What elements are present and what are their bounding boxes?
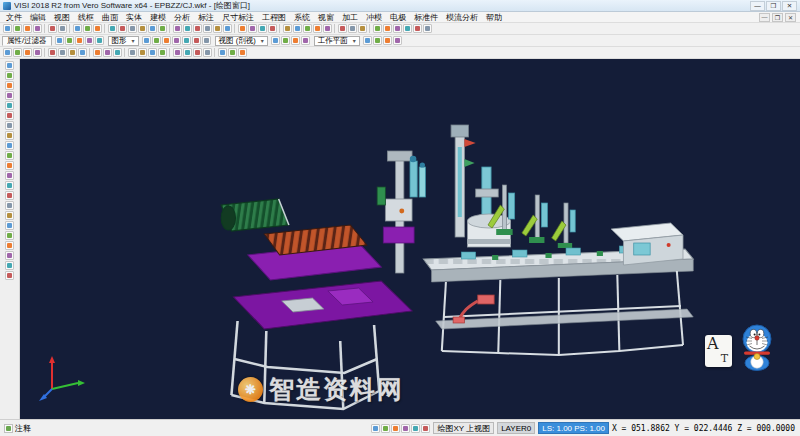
csys-icon[interactable]: [203, 48, 212, 57]
solid-icon[interactable]: [68, 48, 77, 57]
hide-entity-icon[interactable]: [5, 211, 14, 220]
pan-hand-icon[interactable]: [5, 131, 14, 140]
graphics-dropdown[interactable]: 图形: [108, 36, 139, 46]
menu-item[interactable]: 线框: [74, 12, 98, 23]
filter-icon[interactable]: [65, 36, 74, 45]
plane-icon[interactable]: [173, 48, 182, 57]
revolve-icon[interactable]: [293, 24, 302, 33]
workplane-icon[interactable]: [5, 231, 14, 240]
layer-manager-icon[interactable]: [5, 81, 14, 90]
zoom-window-icon[interactable]: [383, 24, 392, 33]
workplane-xy-icon[interactable]: [271, 36, 280, 45]
redo-icon[interactable]: [58, 24, 67, 33]
child-close-button[interactable]: ✕: [785, 13, 796, 22]
snap-intersect-icon[interactable]: [33, 48, 42, 57]
shaded-icon[interactable]: [5, 191, 14, 200]
chamfer-icon[interactable]: [203, 24, 212, 33]
origin-icon[interactable]: [193, 48, 202, 57]
grid-icon[interactable]: [5, 251, 14, 260]
minimize-button[interactable]: —: [750, 1, 765, 11]
transparency-icon[interactable]: [138, 48, 147, 57]
attribute-icon[interactable]: [95, 36, 104, 45]
menu-item[interactable]: 加工: [338, 12, 362, 23]
feature-hole-icon[interactable]: [218, 48, 227, 57]
pan-icon[interactable]: [393, 24, 402, 33]
scale-icon[interactable]: [258, 24, 267, 33]
curve-icon[interactable]: [48, 48, 57, 57]
dimension-icon[interactable]: [348, 24, 357, 33]
select-arrow-icon[interactable]: [5, 61, 14, 70]
wireframe-icon[interactable]: [5, 201, 14, 210]
menu-item[interactable]: 帮助: [482, 12, 506, 23]
snap-mid-icon[interactable]: [13, 48, 22, 57]
library-icon[interactable]: [393, 36, 402, 45]
menu-item[interactable]: 视图: [50, 12, 74, 23]
workplane-yz-icon[interactable]: [291, 36, 300, 45]
mirror-icon[interactable]: [223, 24, 232, 33]
fillet-icon[interactable]: [193, 24, 202, 33]
menu-item[interactable]: 冲模: [362, 12, 386, 23]
osnap-mode-icon[interactable]: [411, 424, 420, 433]
dynamic-rotate-icon[interactable]: [172, 36, 181, 45]
view-section-dropdown[interactable]: 视图 (剖视): [215, 36, 268, 46]
cut-icon[interactable]: [73, 24, 82, 33]
group-icon[interactable]: [85, 36, 94, 45]
arc-icon[interactable]: [128, 24, 137, 33]
menu-item[interactable]: 尺寸标注: [218, 12, 258, 23]
print-icon[interactable]: [33, 24, 42, 33]
text-icon[interactable]: [358, 24, 367, 33]
zoom-fit-icon[interactable]: [5, 121, 14, 130]
menu-item[interactable]: 模流分析: [442, 12, 482, 23]
snap-center-icon[interactable]: [23, 48, 32, 57]
rotate-icon[interactable]: [248, 24, 257, 33]
menu-item[interactable]: 建模: [146, 12, 170, 23]
undo-icon[interactable]: [48, 24, 57, 33]
menu-item[interactable]: 实体: [122, 12, 146, 23]
dynamic-input-icon[interactable]: [421, 424, 430, 433]
zoom-out-icon[interactable]: [5, 111, 14, 120]
view-iso-icon[interactable]: [202, 36, 211, 45]
point-icon[interactable]: [108, 24, 117, 33]
new-file-icon[interactable]: [3, 24, 12, 33]
select-icon[interactable]: [55, 36, 64, 45]
save-icon[interactable]: [23, 24, 32, 33]
shaded-view-icon[interactable]: [413, 24, 422, 33]
workplane-custom-icon[interactable]: [301, 36, 310, 45]
trim-icon[interactable]: [173, 24, 182, 33]
array-icon[interactable]: [268, 24, 277, 33]
menu-item[interactable]: 标准件: [410, 12, 442, 23]
analyze-distance-icon[interactable]: [93, 48, 102, 57]
tab-properties-filter[interactable]: 属性/过滤器: [2, 36, 52, 46]
copy-icon[interactable]: [83, 24, 92, 33]
move-icon[interactable]: [238, 24, 247, 33]
view-cube-icon[interactable]: [5, 91, 14, 100]
extend-icon[interactable]: [183, 24, 192, 33]
front-view-icon[interactable]: [5, 151, 14, 160]
section-view-icon[interactable]: [162, 36, 171, 45]
view-front-icon[interactable]: [182, 36, 191, 45]
workplane-xz-icon[interactable]: [281, 36, 290, 45]
snap-settings-icon[interactable]: [5, 241, 14, 250]
shade-icon[interactable]: [142, 36, 151, 45]
rectangle-icon[interactable]: [148, 24, 157, 33]
menu-item[interactable]: 曲面: [98, 12, 122, 23]
standard-parts-icon[interactable]: [363, 36, 372, 45]
snap-point-icon[interactable]: [381, 424, 390, 433]
mesh-icon[interactable]: [78, 48, 87, 57]
scale-chip[interactable]: LS: 1.00 PS: 1.00: [538, 422, 609, 434]
surface-icon[interactable]: [58, 48, 67, 57]
light-icon[interactable]: [158, 48, 167, 57]
maximize-button[interactable]: ❐: [766, 1, 781, 11]
material-icon[interactable]: [148, 48, 157, 57]
view-top-icon[interactable]: [192, 36, 201, 45]
top-view-icon[interactable]: [5, 161, 14, 170]
polar-mode-icon[interactable]: [401, 424, 410, 433]
child-minimize-button[interactable]: —: [759, 13, 770, 22]
menu-item[interactable]: 标注: [194, 12, 218, 23]
catalog-icon[interactable]: [373, 36, 382, 45]
extrude-icon[interactable]: [283, 24, 292, 33]
child-restore-button[interactable]: ❐: [772, 13, 783, 22]
hidden-line-icon[interactable]: [152, 36, 161, 45]
menu-item[interactable]: 文件: [2, 12, 26, 23]
workplane-dropdown[interactable]: 工作平面: [314, 36, 360, 46]
